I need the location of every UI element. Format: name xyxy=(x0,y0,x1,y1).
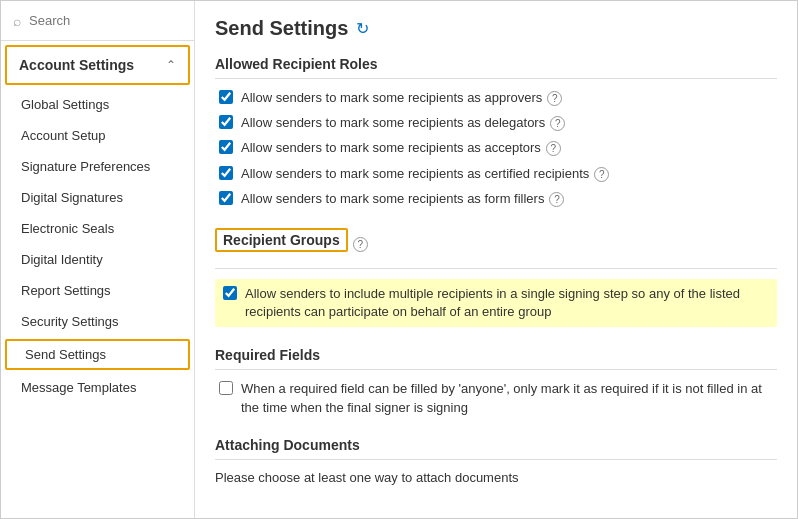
search-input[interactable] xyxy=(29,13,182,28)
sidebar-nav: Global SettingsAccount SetupSignature Pr… xyxy=(1,85,194,407)
sidebar-item-report-settings[interactable]: Report Settings xyxy=(1,275,194,306)
allowed-roles-checkboxes: Allow senders to mark some recipients as… xyxy=(215,89,777,208)
sidebar-item-security-settings[interactable]: Security Settings xyxy=(1,306,194,337)
account-settings-label: Account Settings xyxy=(19,57,134,73)
checkbox-label-acceptors: Allow senders to mark some recipients as… xyxy=(241,140,541,155)
help-icon-form-fillers[interactable]: ? xyxy=(549,192,564,207)
page-title: Send Settings xyxy=(215,17,348,40)
checkbox-row-delegators: Allow senders to mark some recipients as… xyxy=(215,114,777,132)
help-icon-delegators[interactable]: ? xyxy=(550,116,565,131)
required-fields-checkboxes: When a required field can be filled by '… xyxy=(215,380,777,416)
checkbox-label-approvers: Allow senders to mark some recipients as… xyxy=(241,90,542,105)
sidebar-item-global-settings[interactable]: Global Settings xyxy=(1,89,194,120)
recipient-groups-help-icon[interactable]: ? xyxy=(353,237,368,252)
checkbox-label-delegators: Allow senders to mark some recipients as… xyxy=(241,115,545,130)
sidebar-item-message-templates[interactable]: Message Templates xyxy=(1,372,194,403)
checkbox-row-form-fillers: Allow senders to mark some recipients as… xyxy=(215,190,777,208)
section-allowed-recipient-roles: Allowed Recipient Roles Allow senders to… xyxy=(215,56,777,208)
required-fields-title: Required Fields xyxy=(215,347,777,370)
attaching-documents-description: Please choose at least one way to attach… xyxy=(215,470,777,485)
attaching-documents-title: Attaching Documents xyxy=(215,437,777,460)
chevron-up-icon: ⌃ xyxy=(166,58,176,72)
checkbox-anyone-required[interactable] xyxy=(219,381,233,395)
checkbox-label-form-fillers: Allow senders to mark some recipients as… xyxy=(241,191,544,206)
page-title-row: Send Settings ↻ xyxy=(215,17,777,40)
checkbox-label-wrap-delegators: Allow senders to mark some recipients as… xyxy=(241,114,565,132)
recipient-groups-title-row: Recipient Groups ? xyxy=(215,228,777,269)
sidebar-item-digital-signatures[interactable]: Digital Signatures xyxy=(1,182,194,213)
checkbox-row-acceptors: Allow senders to mark some recipients as… xyxy=(215,139,777,157)
help-icon-approvers[interactable]: ? xyxy=(547,91,562,106)
section-required-fields: Required Fields When a required field ca… xyxy=(215,347,777,416)
checkbox-row-multiple-recipients: Allow senders to include multiple recipi… xyxy=(215,279,777,327)
checkbox-row-certified: Allow senders to mark some recipients as… xyxy=(215,165,777,183)
sidebar-item-electronic-seals[interactable]: Electronic Seals xyxy=(1,213,194,244)
checkbox-certified[interactable] xyxy=(219,166,233,180)
account-settings-header[interactable]: Account Settings ⌃ xyxy=(5,45,190,85)
checkbox-form-fillers[interactable] xyxy=(219,191,233,205)
sidebar-item-digital-identity[interactable]: Digital Identity xyxy=(1,244,194,275)
search-icon: ⌕ xyxy=(13,13,21,29)
main-content: Send Settings ↻ Allowed Recipient Roles … xyxy=(195,1,797,518)
search-bar[interactable]: ⌕ xyxy=(1,1,194,41)
checkbox-label-wrap-form-fillers: Allow senders to mark some recipients as… xyxy=(241,190,564,208)
recipient-groups-checkboxes: Allow senders to include multiple recipi… xyxy=(215,279,777,327)
allowed-recipient-roles-title: Allowed Recipient Roles xyxy=(215,56,777,79)
checkbox-label-wrap-approvers: Allow senders to mark some recipients as… xyxy=(241,89,562,107)
checkbox-acceptors[interactable] xyxy=(219,140,233,154)
checkbox-label-wrap-certified: Allow senders to mark some recipients as… xyxy=(241,165,609,183)
checkbox-row-approvers: Allow senders to mark some recipients as… xyxy=(215,89,777,107)
refresh-icon[interactable]: ↻ xyxy=(356,19,369,38)
sidebar: ⌕ Account Settings ⌃ Global SettingsAcco… xyxy=(1,1,195,518)
checkbox-row-anyone-required: When a required field can be filled by '… xyxy=(215,380,777,416)
checkbox-label-anyone-required: When a required field can be filled by '… xyxy=(241,381,762,414)
checkbox-label-certified: Allow senders to mark some recipients as… xyxy=(241,166,589,181)
sidebar-item-account-setup[interactable]: Account Setup xyxy=(1,120,194,151)
section-attaching-documents: Attaching Documents Please choose at lea… xyxy=(215,437,777,485)
checkbox-approvers[interactable] xyxy=(219,90,233,104)
section-recipient-groups: Recipient Groups ? Allow senders to incl… xyxy=(215,228,777,327)
checkbox-label-wrap-acceptors: Allow senders to mark some recipients as… xyxy=(241,139,561,157)
checkbox-label-multiple-recipients: Allow senders to include multiple recipi… xyxy=(245,286,740,319)
checkbox-label-wrap-anyone-required: When a required field can be filled by '… xyxy=(241,380,773,416)
recipient-groups-title: Recipient Groups xyxy=(215,228,348,252)
sidebar-item-send-settings[interactable]: Send Settings xyxy=(5,339,190,370)
checkbox-label-wrap-multiple-recipients: Allow senders to include multiple recipi… xyxy=(245,285,769,321)
sidebar-item-signature-preferences[interactable]: Signature Preferences xyxy=(1,151,194,182)
help-icon-certified[interactable]: ? xyxy=(594,167,609,182)
help-icon-acceptors[interactable]: ? xyxy=(546,141,561,156)
checkbox-multiple-recipients[interactable] xyxy=(223,286,237,300)
checkbox-delegators[interactable] xyxy=(219,115,233,129)
